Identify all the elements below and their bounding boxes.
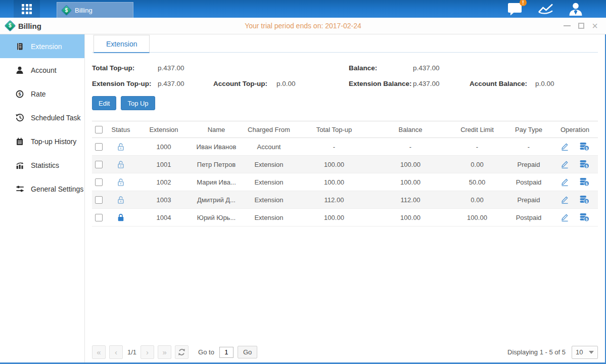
row-checkbox[interactable]	[95, 161, 103, 168]
pay-type-cell: Postpaid	[505, 173, 552, 191]
pay-type-cell: Prepaid	[505, 191, 552, 209]
person-icon	[15, 66, 24, 75]
page-title: Billing	[18, 22, 41, 30]
row-checkbox[interactable]	[95, 196, 103, 204]
select-all-checkbox[interactable]	[95, 126, 103, 133]
topbar-actions: !	[507, 0, 606, 18]
sidebar-item-label: Scheduled Task	[31, 114, 81, 122]
sidebar-item-scheduled-task[interactable]: Scheduled Task	[0, 106, 84, 129]
top-bar: $ Billing !	[0, 0, 606, 18]
pagination-bar: « ‹ 1/1 › » Go to Go Displaying 1 - 5 of…	[92, 345, 598, 359]
edit-icon[interactable]	[561, 195, 569, 204]
window-title-bar: $ Billing Your trial period ends on: 201…	[0, 18, 606, 34]
sidebar-item-extension[interactable]: Extension	[0, 34, 84, 58]
topup-icon[interactable]: $	[579, 195, 589, 204]
sidebar-item-topup-history[interactable]: Top-up History	[0, 129, 84, 153]
charged-from-cell: Extension	[242, 156, 296, 173]
topup-icon[interactable]: $	[579, 213, 589, 222]
user-icon	[569, 3, 583, 16]
column-header-name: Name	[191, 121, 242, 138]
balance-summary: Total Top-up: p.437.00 Balance: p.437.00…	[92, 64, 598, 87]
status-locked-icon	[117, 213, 125, 222]
total-topup-value: p.437.00	[158, 64, 184, 72]
billing-diamond-icon: $	[5, 20, 16, 32]
last-page-button[interactable]: »	[158, 345, 171, 359]
row-checkbox[interactable]	[95, 143, 103, 151]
top-up-button[interactable]: Top Up	[121, 96, 155, 110]
row-checkbox[interactable]	[95, 214, 103, 221]
page-size-dropdown[interactable]: 10	[572, 346, 598, 359]
line-chart-icon	[538, 3, 553, 15]
credit-limit-cell: 0.00	[449, 156, 505, 173]
sidebar-item-general-settings[interactable]: General Settings	[0, 177, 84, 201]
statistics-button[interactable]	[538, 3, 553, 15]
displaying-text: Displaying 1 - 5 of 5	[507, 348, 566, 356]
next-page-button[interactable]: ›	[141, 345, 154, 359]
notebook-icon	[15, 137, 24, 146]
total-topup-cell: 112.00	[296, 191, 372, 209]
page-size-value: 10	[576, 348, 583, 356]
app-grid-button[interactable]	[14, 0, 40, 18]
extension-topup-value: p.437.00	[158, 80, 213, 87]
name-cell: Петр Петров	[191, 156, 242, 173]
balance-cell: 112.00	[372, 191, 449, 209]
goto-page-input[interactable]	[219, 347, 234, 358]
total-topup-cell: 100.00	[296, 156, 372, 173]
column-header-charged-from: Charged From	[242, 121, 296, 138]
account-balance-label: Account Balance:	[470, 80, 535, 87]
balance-cell: 100.00	[372, 209, 449, 226]
table-row: 1002 Мария Ива... Extension 100.00 100.0…	[92, 173, 598, 191]
app-grid-icon	[22, 4, 32, 14]
chevron-down-icon	[589, 351, 594, 354]
charged-from-cell: Account	[242, 138, 296, 156]
account-topup-label: Account Top-up:	[213, 80, 276, 87]
sidebar-item-account[interactable]: Account	[0, 58, 84, 82]
dollar-circle-icon: $	[15, 89, 24, 99]
edit-icon[interactable]	[561, 213, 569, 222]
minimize-button[interactable]	[564, 25, 571, 26]
user-button[interactable]	[569, 3, 583, 16]
ledger-icon	[15, 42, 24, 51]
refresh-button[interactable]	[175, 345, 189, 359]
column-header-operation: Operation	[552, 121, 598, 138]
topup-icon[interactable]: $	[579, 160, 589, 169]
edit-icon[interactable]	[561, 177, 569, 187]
topup-icon[interactable]: $	[579, 142, 589, 151]
topup-icon[interactable]: $	[579, 177, 589, 187]
close-button[interactable]: ×	[592, 22, 598, 30]
column-header-total-top-up: Total Top-up	[296, 121, 372, 138]
prev-page-button[interactable]: ‹	[109, 345, 123, 359]
total-topup-cell: 100.00	[296, 173, 372, 191]
extension-balance-label: Extension Balance:	[349, 80, 413, 87]
tab-extension-label: Extension	[106, 40, 137, 48]
edit-icon[interactable]	[561, 142, 569, 151]
sidebar-item-statistics[interactable]: Statistics	[0, 153, 84, 177]
sliders-icon	[15, 185, 24, 194]
first-page-button[interactable]: «	[92, 345, 106, 359]
sidebar-item-label: General Settings	[31, 185, 83, 193]
row-checkbox[interactable]	[95, 178, 103, 186]
sidebar-item-rate[interactable]: $ Rate	[0, 82, 84, 106]
status-unlocked-icon	[117, 178, 125, 187]
sidebar-item-label: Account	[31, 66, 57, 74]
tab-extension[interactable]: Extension	[94, 35, 150, 53]
go-button[interactable]: Go	[238, 346, 257, 358]
total-topup-cell: 100.00	[296, 209, 372, 226]
name-cell: Мария Ива...	[191, 173, 242, 191]
name-cell: Иван Иванов	[191, 138, 242, 156]
edit-icon[interactable]	[561, 160, 569, 169]
tab-billing-app[interactable]: $ Billing	[57, 2, 133, 18]
table-row: 1001 Петр Петров Extension 100.00 100.00…	[92, 156, 598, 173]
table-row: 1003 Дмитрий Д... Extension 112.00 112.0…	[92, 191, 598, 209]
extension-cell: 1004	[136, 209, 191, 226]
pay-type-cell: Prepaid	[505, 156, 552, 173]
column-header-balance: Balance	[372, 121, 449, 138]
chat-button[interactable]: !	[507, 2, 523, 16]
tab-billing-label: Billing	[75, 7, 92, 14]
refresh-icon	[178, 348, 185, 356]
charged-from-cell: Extension	[242, 191, 296, 209]
edit-button[interactable]: Edit	[92, 96, 116, 110]
table-row: 1000 Иван Иванов Account - - - -	[92, 138, 598, 156]
total-topup-cell: -	[296, 138, 372, 156]
maximize-button[interactable]	[578, 23, 584, 29]
